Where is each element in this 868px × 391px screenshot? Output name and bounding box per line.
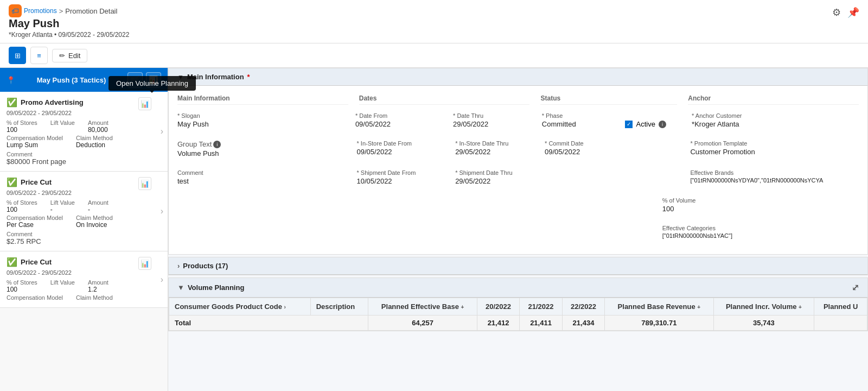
products-header[interactable]: › Products (17) — [169, 257, 867, 275]
volume-table-container: Consumer Goods Product Code › Descriptio… — [169, 298, 867, 331]
effective-brands-label: Effective Brands — [690, 169, 859, 176]
tactic-2-pct-value: 100 — [7, 206, 37, 213]
total-col22: 21,434 — [562, 316, 604, 331]
anchor-customer-label: * Anchor Customer — [692, 112, 859, 119]
planned-incr-vol-expand-icon[interactable]: + — [799, 304, 802, 310]
shipment-date-from-label: * Shipment Date From — [357, 169, 447, 176]
form-row-1: * Slogan May Push * Date From 09/05/2022… — [177, 112, 859, 135]
group-text-label: Group Text — [177, 140, 212, 148]
active-checkbox-row: ✓ Active i — [625, 120, 681, 128]
tactic-3-claim-label: Claim Method — [76, 294, 113, 301]
tactic-2-claim-label: Claim Method — [76, 215, 113, 221]
phase-field: * Phase Committed — [542, 112, 620, 128]
tactic-card-promo-advertising: ✅ Promo Advertising 09/05/2022 - 29/05/2… — [0, 92, 168, 172]
group-text-info-icon[interactable]: i — [213, 141, 221, 148]
active-info-icon[interactable]: i — [659, 121, 666, 128]
tactic-2-comment: Comment $2.75 RPC — [7, 231, 161, 245]
pin-icon[interactable]: 📌 — [847, 7, 859, 18]
col-header-dates: Dates — [359, 94, 530, 105]
in-store-date-from-field: * In-Store Date From 09/05/2022 — [357, 140, 447, 156]
tactic-2-amount-label: Amount — [88, 199, 108, 206]
tactic-1-comment-value: $80000 Front page — [7, 157, 66, 166]
tactic-2-claim-value: On Invoice — [76, 221, 113, 229]
promotion-template-label: * Promotion Template — [690, 140, 859, 147]
edit-icon: ✏ — [59, 52, 65, 60]
fullscreen-icon[interactable]: ⤢ — [852, 282, 859, 293]
planned-base-rev-expand-icon[interactable]: + — [697, 304, 700, 310]
volume-header-left: ▼ Volume Planning — [177, 283, 244, 292]
tactic-1-pct-value: 100 — [7, 126, 37, 134]
tactic-1-comp-label: Compensation Model — [7, 135, 63, 141]
breadcrumb-parent[interactable]: Promotions — [24, 7, 57, 15]
effective-categories-label: Effective Categories — [662, 225, 859, 231]
toolbar: ⊞ ≡ ✏ Edit — [0, 43, 868, 68]
tactic-1-claim-label: Claim Method — [76, 135, 113, 141]
app-icon: 🏷 — [9, 4, 22, 17]
comment-value: test — [177, 177, 346, 185]
col-header-main: Main Information — [177, 94, 348, 105]
tactic-2-row1: % of Stores 100 Lift Value - Amount - — [7, 199, 161, 213]
tooltip-text: Open Volume Planning — [116, 79, 188, 87]
col-header-planned-u: Planned U — [814, 298, 867, 316]
tactic-1-claim-value: Deduction — [76, 141, 113, 149]
total-planned-base-rev: 789,310.71 — [605, 316, 713, 331]
sidebar-pin-icon: 📍 — [7, 76, 15, 84]
toolbar-left: ⊞ ≡ ✏ Edit — [9, 47, 87, 64]
in-store-date-thru-field: * In-Store Date Thru 29/05/2022 — [455, 140, 534, 156]
edit-label: Edit — [68, 52, 80, 60]
group-text-field: Group Text i Volume Push — [177, 140, 346, 157]
list-view-button[interactable]: ≡ — [30, 47, 48, 64]
breadcrumb-current: Promotion Detail — [65, 7, 117, 15]
main-layout: 📍 May Push (3 Tactics) 🛒 📊 ✅ Promo Adver… — [0, 68, 868, 391]
tactic-1-name: Promo Advertising — [21, 98, 84, 106]
main-info-form: Main Information Dates Status Anchor — [169, 86, 867, 254]
date-from-value: 09/05/2022 — [355, 120, 444, 128]
breadcrumb: 🏷 Promotions > Promotion Detail — [9, 4, 129, 17]
tactic-3-check-icon: ✅ — [7, 257, 17, 267]
tactic-1-amount-label: Amount — [88, 119, 108, 126]
tactic-2-dates: 09/05/2022 - 29/05/2022 — [7, 190, 161, 196]
slogan-label: * Slogan — [177, 112, 344, 119]
tactic-2-amount-value: - — [88, 206, 108, 213]
tactic-3-dates: 09/05/2022 - 29/05/2022 — [7, 269, 161, 276]
main-info-required: * — [247, 73, 250, 81]
tactic-2-pct-label: % of Stores — [7, 199, 37, 206]
volume-title: Volume Planning — [188, 283, 245, 292]
anchor-customer-field: * Anchor Customer *Kroger Atlanta — [692, 112, 859, 128]
tactic-1-arrow-icon[interactable]: › — [161, 127, 163, 136]
promotion-template-value: Customer Promotion — [690, 148, 859, 156]
tactic-3-name: Price Cut — [21, 258, 52, 266]
planned-eff-base-expand-icon[interactable]: + — [461, 304, 464, 310]
tactic-3-arrow-icon[interactable]: › — [161, 275, 163, 285]
main-information-section: ▼ Main Information * Main Information Da… — [168, 68, 868, 255]
commit-date-label: * Commit Date — [545, 140, 679, 147]
tactic-2-comp-label: Compensation Model — [7, 215, 63, 221]
phase-value: Committed — [542, 120, 620, 128]
tactic-1-pct-label: % of Stores — [7, 119, 37, 126]
grid-view-button[interactable]: ⊞ — [9, 47, 26, 64]
active-checkbox[interactable]: ✓ — [625, 121, 633, 128]
volume-planning-header: ▼ Volume Planning ⤢ — [169, 278, 867, 298]
tactic-2-comp-value: Per Case — [7, 221, 63, 229]
tactic-2-arrow-icon[interactable]: › — [161, 206, 163, 216]
commit-date-value: 09/05/2022 — [545, 148, 679, 156]
page-title: May Push — [9, 17, 59, 30]
col-header-planned-eff-base: Planned Effective Base + — [368, 298, 477, 316]
tactic-1-chart-button[interactable]: 📊 — [138, 97, 151, 110]
total-label: Total — [169, 316, 368, 331]
promotion-template-field: * Promotion Template Customer Promotion — [690, 140, 859, 156]
tactic-3-pct-label: % of Stores — [7, 279, 37, 286]
comment-field: Comment test — [177, 169, 346, 185]
edit-button[interactable]: ✏ Edit — [52, 49, 87, 62]
date-thru-value: 29/05/2022 — [453, 120, 531, 128]
total-col20: 21,412 — [477, 316, 519, 331]
tactic-2-row2: Compensation Model Per Case Claim Method… — [7, 215, 161, 229]
effective-brands-field: Effective Brands ["01tRN000000NsYDYA0","… — [690, 169, 859, 184]
effective-categories-value: ["01tRN000000Nsb1YAC"] — [662, 232, 859, 239]
product-code-expand-icon[interactable]: › — [284, 304, 286, 310]
form-col-headers: Main Information Dates Status Anchor — [177, 94, 859, 110]
tactic-3-chart-button[interactable]: 📊 — [138, 257, 151, 270]
products-section: › Products (17) — [168, 257, 868, 275]
tactic-2-chart-button[interactable]: 📊 — [138, 177, 151, 190]
settings-icon[interactable]: ⚙ — [832, 7, 841, 18]
